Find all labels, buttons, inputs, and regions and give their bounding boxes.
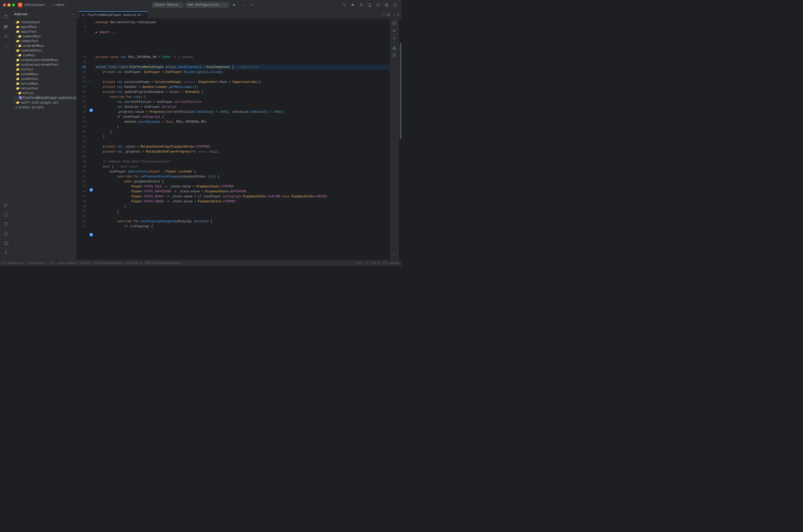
tree-item-iosmain[interactable]: ▶ 📁 iosMain — [12, 53, 76, 58]
project-chevron-icon[interactable]: ⌄ — [46, 3, 48, 6]
tree-item-platformmediaplayer[interactable]: 🅺 PlatformMediaPlayer.android.kt — [12, 96, 76, 100]
breadcrumb-sep-5: › — [91, 262, 92, 265]
code-line-49: } — [96, 204, 389, 209]
gutter-marker-27[interactable]: ★ — [89, 109, 93, 112]
breadcrumb-sep-2: › — [47, 262, 49, 265]
maximize-button[interactable] — [12, 3, 15, 6]
tree-item-applemain[interactable]: 📁 appleMain — [12, 25, 76, 30]
more-actions-button[interactable]: ⋯ — [249, 1, 256, 8]
code-line-37: private val _state = MutableStateFlow(Pl… — [96, 144, 389, 149]
status-position[interactable]: 23:1 — [356, 262, 362, 265]
close-button[interactable] — [3, 3, 6, 6]
tree-item-label: iosX64Test — [21, 77, 39, 81]
code-line-31: if (exoPlayer.isPlaying) { — [96, 114, 389, 119]
tree-item-iosx64test[interactable]: 📁 iosX64Test — [12, 77, 76, 81]
tree-item-nativemain[interactable]: 📁 nativeMain — [12, 81, 76, 86]
gutter-marker-43[interactable]: ★ — [89, 188, 93, 192]
layout-icon[interactable] — [383, 1, 390, 8]
code-line-21: actual final class PlatformMediaPlayer a… — [96, 65, 389, 70]
tree-item-iossimulatorarm64main[interactable]: 📁 iosSimulatorArm64Main — [12, 58, 76, 62]
sidebar-icon-tools[interactable] — [1, 248, 11, 257]
code-line-22: private val exoPlayer: ExoPlayer = ExoPl… — [96, 70, 389, 75]
tree-item-iostest[interactable]: 📁 iosTest — [12, 67, 76, 72]
code-line-53: if (isPlaying) { — [96, 224, 389, 229]
settings-icon[interactable]: ⚙ — [349, 1, 356, 8]
breadcrumb-sep-6: › — [144, 262, 145, 265]
right-sidebar-icon-4[interactable] — [391, 44, 398, 51]
sidebar-icon-folder[interactable] — [1, 12, 11, 21]
kotlin-file-icon: 🅺 — [19, 96, 22, 100]
status-indent[interactable]: 4 spaces — [383, 262, 400, 265]
sidebar-icon-more[interactable]: ⋯ — [1, 42, 11, 51]
tree-item-commontest[interactable]: 📁 commonTest — [12, 39, 76, 43]
scrollbar[interactable] — [399, 19, 401, 260]
tree-item-iosarm64main[interactable]: ▶ 📁 iosArm64Main — [12, 43, 76, 48]
tree-item-radioplayer[interactable]: ▼ 📁 radioplayer — [12, 20, 76, 25]
sidebar-icon-info[interactable] — [1, 229, 11, 238]
device-selector[interactable]: Select Device ⌄ — [152, 2, 183, 8]
profile-icon[interactable] — [358, 1, 365, 8]
tree-item-swift-klib[interactable]: ▶ 📁 swift-klib-plugin.git — [12, 100, 76, 105]
sidebar-icon-trophy[interactable] — [1, 220, 11, 229]
android-chevron-icon[interactable]: ⌄ — [28, 13, 30, 16]
notifications-icon[interactable] — [391, 1, 399, 8]
status-line-ending[interactable]: LF — [365, 262, 368, 265]
warning-count[interactable]: ⚠ 11 — [383, 13, 390, 17]
file-tree-action-btn[interactable]: ⋯ — [72, 13, 74, 16]
folder-icon: 📁 — [16, 87, 20, 90]
tree-item-iossimulatorarm64test[interactable]: 📁 iosSimulatorArm64Test — [12, 62, 76, 67]
breadcrumb-item-file[interactable]: PlatformMediaPlayer.android.kt — [93, 262, 143, 265]
tree-item-iosarm64test[interactable]: 📁 iosArm64Test — [12, 48, 76, 53]
tab-more-icon[interactable]: ⋯ — [393, 13, 395, 17]
sidebar-icon-account[interactable] — [1, 32, 11, 41]
tree-item-label: radioplayer — [21, 21, 40, 24]
tree-item-appletest[interactable]: 📁 appleTest — [12, 30, 76, 34]
run-configuration[interactable]: Add Configuration... ⌄ — [185, 2, 229, 8]
folder-icon: 📁 — [16, 58, 20, 62]
tree-item-iosx64main[interactable]: 📁 iosX64Main — [12, 72, 76, 77]
breadcrumb-item-radioplayer2[interactable]: radioplayer — [28, 262, 46, 265]
breadcrumb-sep-3: › — [55, 262, 57, 265]
tree-item-gradle-scripts[interactable]: ▶ ⚙ Gradle Scripts — [12, 105, 76, 110]
profile-button[interactable]: ☆ — [240, 1, 247, 8]
breadcrumb-item-radioplayer[interactable]: radioplayer — [6, 262, 24, 265]
folder-icon: 📁 — [16, 77, 20, 81]
tree-item-label: nativeTest — [21, 87, 39, 90]
minimize-button[interactable] — [7, 3, 11, 6]
sidebar-icon-text[interactable] — [1, 201, 11, 210]
copy-icon[interactable] — [366, 1, 373, 8]
code-line-3: ▶ import ... — [96, 30, 389, 35]
svg-rect-16 — [4, 242, 8, 245]
sidebar-icon-git[interactable] — [1, 22, 11, 31]
right-sidebar-icon-5[interactable] — [391, 52, 398, 59]
branch-selector[interactable]: ⎇ main ⌄ — [52, 3, 67, 7]
right-sidebar-icon-1[interactable] — [391, 20, 398, 27]
breadcrumb-item-src[interactable]: src — [49, 262, 54, 265]
gutter-marker-52[interactable]: ★ — [89, 233, 93, 236]
run-button[interactable]: ▶ — [231, 1, 238, 8]
tree-item-kotlin[interactable]: ▼ 📁 kotlin — [12, 91, 76, 96]
sidebar-icon-terminal[interactable] — [1, 239, 11, 248]
svg-point-6 — [378, 4, 379, 5]
tree-item-label: appleMain — [21, 25, 37, 29]
branch-chevron-icon: ⌄ — [66, 3, 67, 6]
tree-item-nativetest[interactable]: 📁 nativeTest — [12, 86, 76, 91]
inspect-icon[interactable] — [375, 1, 382, 8]
code-content[interactable]: package dev.markturnip.radioplayer ▶ imp… — [94, 19, 389, 260]
code-line-42: exoPlayer.addListener(object : Player.Li… — [96, 169, 389, 174]
breadcrumb-item-class[interactable]: PlatformMediaPlayer — [146, 262, 181, 265]
svg-rect-23 — [383, 262, 385, 264]
editor-tab-platformmediaplayer[interactable]: kt PlatformMediaPlayer.android.kt ✕ — [79, 11, 148, 19]
right-sidebar-icon-2[interactable] — [391, 27, 398, 34]
find-icon[interactable] — [341, 1, 348, 8]
right-sidebar-icon-star[interactable]: ✦ — [391, 251, 398, 259]
sidebar-icon-gem[interactable] — [1, 210, 11, 219]
tree-item-commonmain[interactable]: ▶ 📁 commonMain — [12, 34, 76, 39]
status-encoding[interactable]: UTF-8 — [371, 262, 380, 265]
code-lines-blank — [96, 35, 389, 55]
tab-close-button[interactable]: ✕ — [143, 14, 144, 17]
right-sidebar-icon-3[interactable] — [391, 35, 398, 42]
breadcrumb-item-kotlin[interactable]: kotlin — [80, 262, 90, 265]
collapse-up-icon[interactable]: ∧ — [397, 12, 400, 17]
breadcrumb-item-androidmain[interactable]: androidMain — [58, 262, 76, 265]
